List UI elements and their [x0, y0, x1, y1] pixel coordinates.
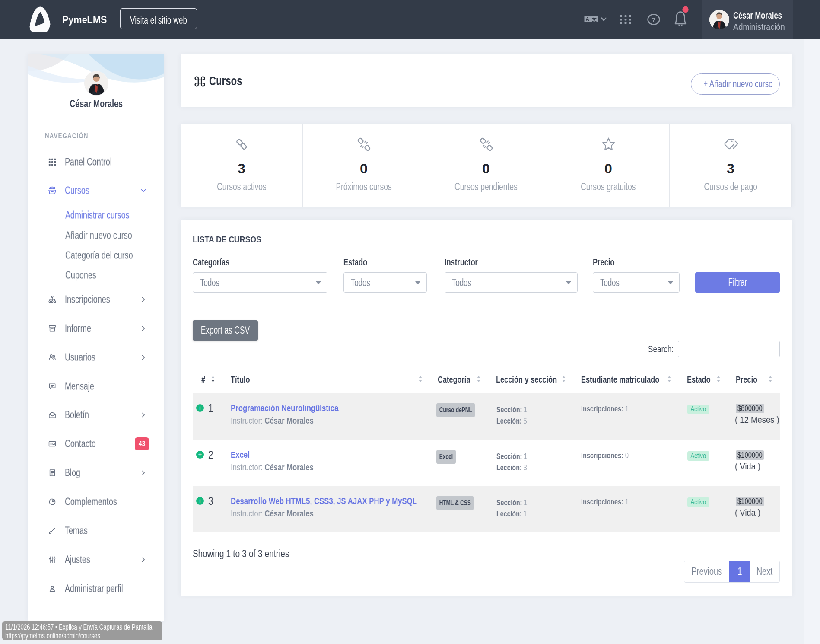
svg-text:文: 文	[591, 17, 597, 22]
svg-text:A: A	[585, 16, 589, 22]
svg-text:?: ?	[652, 16, 655, 23]
